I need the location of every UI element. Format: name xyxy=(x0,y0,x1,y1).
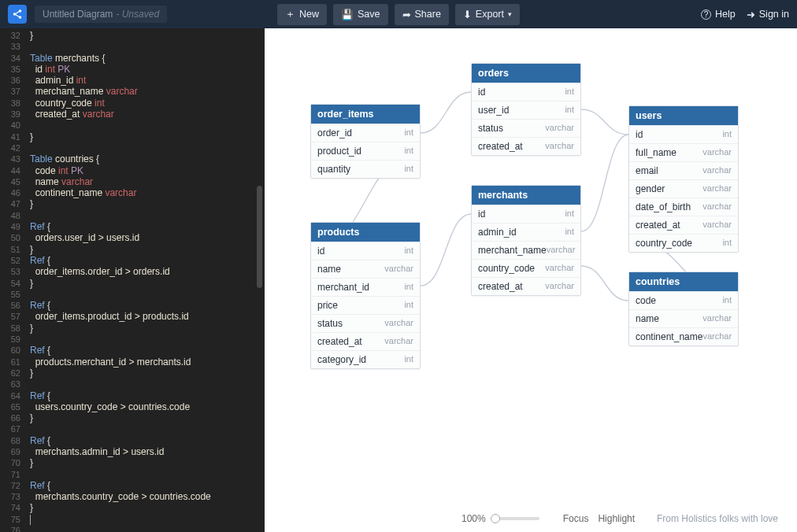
footer-credit: From Holistics folks with love xyxy=(657,513,778,524)
main-split: 3233343536373839404142434445464748495051… xyxy=(0,28,797,532)
app-logo[interactable] xyxy=(8,5,27,24)
table-row[interactable]: country_codeint xyxy=(629,234,738,252)
table-row[interactable]: category_idint xyxy=(311,350,420,368)
code-body[interactable]: }Table merchants { id int PK admin_id in… xyxy=(30,28,265,532)
table-row[interactable]: product_idint xyxy=(311,142,420,160)
table-header[interactable]: merchants xyxy=(472,186,580,205)
save-icon: 💾 xyxy=(341,9,354,20)
signin-icon: ➜ xyxy=(747,9,755,20)
table-header[interactable]: products xyxy=(311,223,420,242)
toolbar-center: ＋New 💾Save ➦Share ⬇Export▾ xyxy=(277,4,520,25)
code-editor[interactable]: 3233343536373839404142434445464748495051… xyxy=(0,28,265,532)
doc-name: Untitled Diagram xyxy=(43,9,113,20)
line-gutter: 3233343536373839404142434445464748495051… xyxy=(0,28,25,532)
table-order_items[interactable]: order_itemsorder_idintproduct_idintquant… xyxy=(310,104,421,179)
table-row[interactable]: created_atvarchar xyxy=(472,137,580,155)
table-merchants[interactable]: merchantsidintadmin_idintmerchant_nameva… xyxy=(471,185,581,296)
toolbar-right: ?Help ➜Sign in xyxy=(701,9,789,20)
canvas-footer: 100% Focus Highlight From Holistics folk… xyxy=(265,513,797,524)
help-icon: ? xyxy=(701,9,711,20)
table-row[interactable]: date_of_birthvarchar xyxy=(629,198,738,216)
diagram-canvas[interactable]: order_itemsorder_idintproduct_idintquant… xyxy=(265,28,797,532)
help-button[interactable]: ?Help xyxy=(701,9,736,20)
table-row[interactable]: admin_idint xyxy=(472,223,580,241)
table-row[interactable]: idint xyxy=(311,242,420,260)
share-button[interactable]: ➦Share xyxy=(395,4,449,25)
document-title[interactable]: Untitled Diagram - Unsaved xyxy=(35,6,167,23)
plus-icon: ＋ xyxy=(285,8,295,21)
export-button[interactable]: ⬇Export▾ xyxy=(455,4,520,25)
download-icon: ⬇ xyxy=(463,9,472,20)
table-row[interactable]: order_idint xyxy=(311,124,420,142)
new-button[interactable]: ＋New xyxy=(277,4,327,25)
unsaved-indicator: - Unsaved xyxy=(116,9,159,20)
editor-scrollbar[interactable] xyxy=(257,186,262,288)
table-row[interactable]: full_namevarchar xyxy=(629,143,738,161)
chevron-down-icon: ▾ xyxy=(508,10,512,18)
table-row[interactable]: emailvarchar xyxy=(629,161,738,179)
table-users[interactable]: usersidintfull_namevarcharemailvarcharge… xyxy=(628,105,739,253)
save-button[interactable]: 💾Save xyxy=(333,4,388,25)
table-header[interactable]: order_items xyxy=(311,105,420,124)
table-row[interactable]: idint xyxy=(472,205,580,223)
table-row[interactable]: created_atvarchar xyxy=(472,277,580,295)
app-toolbar: Untitled Diagram - Unsaved ＋New 💾Save ➦S… xyxy=(0,0,797,28)
table-row[interactable]: created_atvarchar xyxy=(311,332,420,350)
table-row[interactable]: idint xyxy=(472,83,580,101)
table-row[interactable]: namevarchar xyxy=(629,309,738,327)
table-row[interactable]: continent_namevarchar xyxy=(629,327,738,345)
table-products[interactable]: productsidintnamevarcharmerchant_idintpr… xyxy=(310,222,421,369)
table-row[interactable]: priceint xyxy=(311,296,420,314)
table-header[interactable]: orders xyxy=(472,64,580,83)
zoom-slider[interactable] xyxy=(492,517,539,520)
table-orders[interactable]: ordersidintuser_idintstatusvarcharcreate… xyxy=(471,63,581,156)
table-row[interactable]: quantityint xyxy=(311,160,420,178)
table-row[interactable]: created_atvarchar xyxy=(629,216,738,234)
table-row[interactable]: codeint xyxy=(629,291,738,309)
table-row[interactable]: merchant_namevarchar xyxy=(472,241,580,259)
table-header[interactable]: users xyxy=(629,106,738,125)
share-nodes-icon xyxy=(12,9,23,20)
table-countries[interactable]: countriescodeintnamevarcharcontinent_nam… xyxy=(628,272,739,346)
table-row[interactable]: idint xyxy=(629,125,738,143)
mode-highlight[interactable]: Highlight xyxy=(598,513,635,524)
table-row[interactable]: country_codevarchar xyxy=(472,259,580,277)
table-row[interactable]: namevarchar xyxy=(311,260,420,278)
table-row[interactable]: user_idint xyxy=(472,101,580,119)
table-header[interactable]: countries xyxy=(629,272,738,291)
share-icon: ➦ xyxy=(402,9,411,20)
mode-focus[interactable]: Focus xyxy=(563,513,589,524)
zoom-label: 100% xyxy=(462,513,486,524)
table-row[interactable]: statusvarchar xyxy=(472,119,580,137)
table-row[interactable]: statusvarchar xyxy=(311,314,420,332)
table-row[interactable]: gendervarchar xyxy=(629,179,738,198)
signin-button[interactable]: ➜Sign in xyxy=(747,9,789,20)
table-row[interactable]: merchant_idint xyxy=(311,278,420,296)
zoom-slider-knob[interactable] xyxy=(491,514,500,523)
